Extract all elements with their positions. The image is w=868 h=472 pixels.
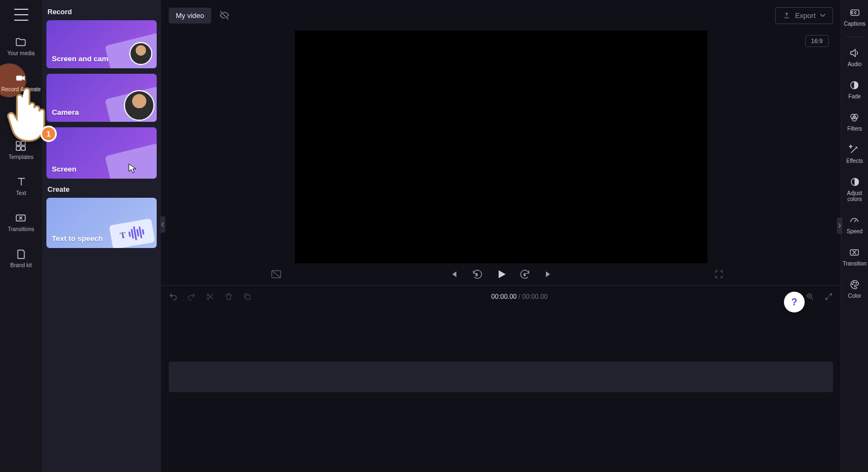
- help-button[interactable]: ?: [784, 292, 805, 312]
- sidebar-item-text[interactable]: Text: [15, 176, 27, 197]
- video-canvas[interactable]: [295, 31, 708, 263]
- camcorder-icon: [15, 72, 27, 84]
- hide-ui-icon[interactable]: [217, 8, 232, 23]
- rightrail-label: Fade: [848, 93, 861, 99]
- rightrail-label: Adjust colors: [841, 190, 868, 202]
- sidebar-item-your-media[interactable]: Your media: [7, 36, 34, 57]
- card-title: Camera: [46, 103, 85, 122]
- transitions-icon: [15, 212, 27, 224]
- card-camera[interactable]: Camera: [46, 74, 157, 122]
- rail-separator: [846, 37, 864, 37]
- sidebar-item-label: Record & create: [1, 86, 40, 93]
- timecode-display: 00:00.00 / 00:00.00: [491, 293, 548, 300]
- tts-thumb-icon: T: [109, 219, 155, 248]
- project-title[interactable]: My video: [169, 8, 211, 23]
- sidebar-item-transitions[interactable]: Transitions: [8, 212, 34, 233]
- card-text-to-speech[interactable]: T Text to speech: [46, 198, 157, 248]
- split-button[interactable]: [206, 292, 215, 301]
- undo-button[interactable]: [169, 292, 177, 301]
- rightrail-item-filters[interactable]: Filters: [847, 111, 862, 132]
- timecode-current: 00:00.00: [491, 293, 517, 300]
- rightrail-label: Speed: [847, 228, 863, 234]
- section-heading-create: Create: [47, 185, 157, 193]
- rightrail-item-audio[interactable]: Audio: [848, 47, 862, 67]
- gauge-icon: [848, 214, 860, 226]
- sidebar-item-label: Templates: [9, 154, 34, 161]
- rightrail-item-transition[interactable]: Transition: [843, 246, 867, 267]
- rightrail-item-speed[interactable]: Speed: [847, 214, 863, 234]
- svg-text:5: 5: [475, 273, 477, 276]
- duplicate-button[interactable]: [243, 292, 252, 301]
- sidebar-item-templates[interactable]: Templates: [9, 140, 34, 161]
- contrast-icon: [849, 176, 861, 188]
- right-rail: Captions Audio Fade Filters Effects Adju…: [841, 0, 868, 472]
- rightrail-label: Transition: [843, 261, 867, 267]
- grid-icon: [15, 140, 27, 152]
- timecode-total: 00:00.00: [522, 293, 548, 300]
- sidebar-item-record-create[interactable]: Record & create: [1, 72, 40, 93]
- upload-icon: [783, 11, 790, 19]
- fit-timeline-button[interactable]: [824, 292, 833, 301]
- stage-wrap: 16:9 ?: [161, 31, 841, 263]
- sidebar-item-brand-kit[interactable]: Brand kit: [10, 248, 32, 269]
- svg-point-22: [853, 282, 854, 283]
- filters-icon: [848, 111, 860, 123]
- timeline-area[interactable]: [161, 307, 841, 472]
- fullscreen-button[interactable]: [713, 268, 725, 280]
- timeline-track[interactable]: [169, 362, 833, 392]
- chevron-down-icon: [820, 14, 825, 17]
- window-thumb-icon: [105, 143, 157, 179]
- brand-kit-icon: [15, 248, 27, 260]
- forward-5-button[interactable]: 5: [519, 268, 531, 280]
- folder-icon: [15, 36, 27, 48]
- fade-icon: [848, 79, 860, 91]
- sidebar-item-label: Your media: [7, 50, 34, 57]
- rightrail-label: Audio: [848, 61, 862, 67]
- rewind-5-button[interactable]: 5: [471, 268, 483, 280]
- playback-controls: 5 5: [161, 263, 841, 285]
- editor-topbar: My video Export: [161, 0, 841, 31]
- card-screen-and-camera[interactable]: Screen and camera: [46, 20, 157, 68]
- text-icon: [15, 176, 27, 188]
- rightrail-item-color[interactable]: Color: [848, 279, 861, 299]
- section-heading-record: Record: [47, 8, 157, 16]
- captions-icon: [849, 7, 861, 19]
- export-label: Export: [795, 11, 816, 20]
- play-button[interactable]: [495, 268, 507, 280]
- editor-area: My video Export 16:9 ? 5 5: [161, 0, 841, 472]
- card-title: Text to speech: [46, 229, 109, 248]
- palette-icon: [849, 279, 861, 291]
- camera-avatar-thumb: [129, 42, 152, 65]
- svg-rect-1: [16, 141, 20, 145]
- svg-text:5: 5: [524, 273, 525, 276]
- rightrail-item-captions[interactable]: Captions: [844, 7, 865, 27]
- rightrail-item-effects[interactable]: Effects: [846, 144, 863, 164]
- collapse-right-panel-button[interactable]: [837, 217, 842, 234]
- annotation-step-badge: 1: [40, 126, 57, 142]
- camera-avatar-thumb: [124, 90, 154, 121]
- zoom-in-button[interactable]: [806, 292, 815, 301]
- rightrail-label: Filters: [847, 126, 862, 132]
- rightrail-item-fade[interactable]: Fade: [848, 79, 861, 99]
- skip-start-button[interactable]: [447, 268, 459, 280]
- redo-button[interactable]: [187, 292, 196, 301]
- card-title: Screen: [46, 160, 82, 179]
- safe-zone-toggle[interactable]: [270, 268, 282, 280]
- cursor-icon: [128, 163, 137, 173]
- svg-rect-4: [21, 146, 25, 150]
- timeline-toolbar: 00:00.00 / 00:00.00: [161, 285, 841, 307]
- svg-point-21: [852, 284, 853, 285]
- delete-button[interactable]: [224, 292, 233, 301]
- export-button[interactable]: Export: [775, 7, 833, 24]
- rightrail-label: Effects: [846, 158, 863, 164]
- svg-rect-0: [16, 75, 22, 80]
- skip-end-button[interactable]: [543, 268, 555, 280]
- menu-button[interactable]: [14, 9, 28, 21]
- transition-icon: [848, 246, 860, 258]
- wand-icon: [848, 144, 860, 156]
- card-screen[interactable]: Screen: [46, 127, 157, 179]
- sidebar-item-label: Text: [16, 190, 26, 197]
- rightrail-item-adjust-colors[interactable]: Adjust colors: [841, 176, 868, 202]
- aspect-ratio-button[interactable]: 16:9: [805, 35, 829, 47]
- svg-rect-3: [16, 146, 20, 150]
